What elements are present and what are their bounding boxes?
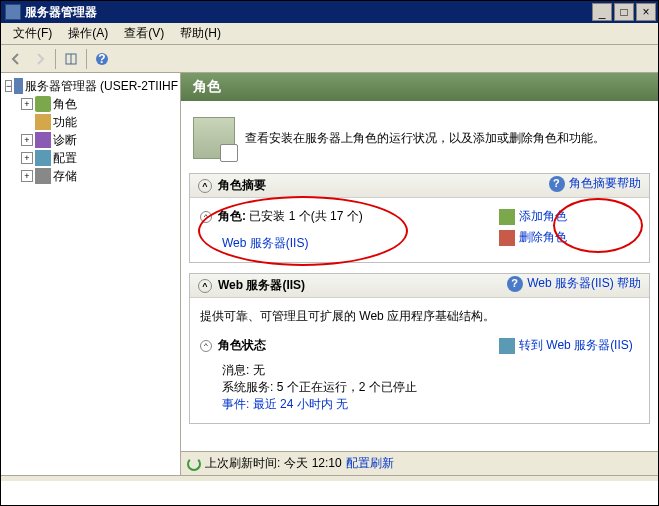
expand-icon[interactable]: + bbox=[21, 98, 33, 110]
section-title: Web 服务器(IIS) bbox=[218, 277, 305, 294]
features-icon bbox=[35, 114, 51, 130]
forward-button[interactable] bbox=[29, 48, 51, 70]
tree-root-label: 服务器管理器 (USER-2TIIHF bbox=[25, 78, 178, 95]
svg-text:?: ? bbox=[98, 52, 105, 66]
config-refresh-link[interactable]: 配置刷新 bbox=[346, 455, 394, 472]
tree-root[interactable]: − 服务器管理器 (USER-2TIIHF bbox=[3, 77, 178, 95]
add-role-link[interactable]: 添加角色 bbox=[499, 208, 639, 225]
tree-item-roles[interactable]: + 角色 bbox=[3, 95, 178, 113]
goto-icon bbox=[499, 338, 515, 354]
title-bar: 服务器管理器 _ □ × bbox=[1, 1, 658, 23]
roles-icon bbox=[35, 96, 51, 112]
remove-icon bbox=[499, 230, 515, 246]
storage-icon bbox=[35, 168, 51, 184]
tree-label: 配置 bbox=[53, 150, 77, 167]
show-hide-button[interactable] bbox=[60, 48, 82, 70]
webserver-desc: 提供可靠、可管理且可扩展的 Web 应用程序基础结构。 bbox=[200, 308, 639, 325]
help-icon bbox=[507, 276, 523, 292]
status-msg: 消息: 无 bbox=[222, 362, 499, 379]
back-button[interactable] bbox=[5, 48, 27, 70]
status-bar: 上次刷新时间: 今天 12:10 配置刷新 bbox=[181, 451, 658, 475]
help-icon bbox=[549, 176, 565, 192]
collapse-icon[interactable]: ^ bbox=[198, 279, 212, 293]
menu-file[interactable]: 文件(F) bbox=[5, 23, 60, 44]
refresh-time: 今天 12:10 bbox=[284, 455, 341, 472]
status-svc: 系统服务: 5 个正在运行，2 个已停止 bbox=[222, 379, 499, 396]
status-title: 角色状态 bbox=[218, 337, 266, 354]
section-summary: ^ 角色摘要 角色摘要帮助 ^ 角色: 已安装 1 个(共 17 个) bbox=[189, 173, 650, 263]
section-title: 角色摘要 bbox=[218, 177, 266, 194]
tree-item-storage[interactable]: + 存储 bbox=[3, 167, 178, 185]
link-iis[interactable]: Web 服务器(IIS) bbox=[222, 236, 308, 250]
collapse-icon[interactable]: ^ bbox=[200, 211, 212, 223]
roles-label: 角色: bbox=[218, 209, 246, 223]
menu-bar: 文件(F) 操作(A) 查看(V) 帮助(H) bbox=[1, 23, 658, 45]
goto-link[interactable]: 转到 Web 服务器(IIS) bbox=[499, 337, 639, 354]
tree-label: 存储 bbox=[53, 168, 77, 185]
expand-icon[interactable]: + bbox=[21, 152, 33, 164]
tree-item-config[interactable]: + 配置 bbox=[3, 149, 178, 167]
help-link[interactable]: Web 服务器(IIS) 帮助 bbox=[507, 275, 641, 292]
close-button[interactable]: × bbox=[636, 3, 656, 21]
content-scroll[interactable]: 查看安装在服务器上角色的运行状况，以及添加或删除角色和功能。 ^ 角色摘要 角色… bbox=[181, 101, 658, 451]
menu-action[interactable]: 操作(A) bbox=[60, 23, 116, 44]
expand-icon[interactable]: + bbox=[21, 134, 33, 146]
tree-label: 角色 bbox=[53, 96, 77, 113]
tree-item-diagnostics[interactable]: + 诊断 bbox=[3, 131, 178, 149]
refresh-label: 上次刷新时间: bbox=[205, 455, 280, 472]
help-button[interactable]: ? bbox=[91, 48, 113, 70]
toolbar: ? bbox=[1, 45, 658, 73]
roles-count: 已安装 1 个(共 17 个) bbox=[249, 209, 362, 223]
collapse-icon[interactable]: − bbox=[5, 80, 12, 92]
minimize-button[interactable]: _ bbox=[592, 3, 612, 21]
status-evt: 事件: 最近 24 小时内 无 bbox=[222, 396, 499, 413]
config-icon bbox=[35, 150, 51, 166]
content-panel: 角色 查看安装在服务器上角色的运行状况，以及添加或删除角色和功能。 ^ 角色摘要… bbox=[181, 73, 658, 475]
section-webserver: ^ Web 服务器(IIS) Web 服务器(IIS) 帮助 提供可靠、可管理且… bbox=[189, 273, 650, 424]
content-header: 角色 bbox=[181, 73, 658, 101]
window-footer bbox=[1, 475, 658, 481]
server-icon bbox=[14, 78, 22, 94]
app-icon bbox=[5, 4, 21, 20]
expand-icon[interactable]: + bbox=[21, 170, 33, 182]
collapse-icon[interactable]: ^ bbox=[198, 179, 212, 193]
tree-label: 功能 bbox=[53, 114, 77, 131]
intro-block: 查看安装在服务器上角色的运行状况，以及添加或删除角色和功能。 bbox=[189, 109, 650, 173]
refresh-icon bbox=[187, 457, 201, 471]
menu-help[interactable]: 帮助(H) bbox=[172, 23, 229, 44]
roles-big-icon bbox=[193, 117, 235, 159]
tree-item-features[interactable]: 功能 bbox=[3, 113, 178, 131]
intro-text: 查看安装在服务器上角色的运行状况，以及添加或删除角色和功能。 bbox=[245, 130, 605, 147]
add-icon bbox=[499, 209, 515, 225]
help-link[interactable]: 角色摘要帮助 bbox=[549, 175, 641, 192]
maximize-button[interactable]: □ bbox=[614, 3, 634, 21]
tree-panel[interactable]: − 服务器管理器 (USER-2TIIHF + 角色 功能 + 诊断 + 配置 … bbox=[1, 73, 181, 475]
tree-label: 诊断 bbox=[53, 132, 77, 149]
diagnostics-icon bbox=[35, 132, 51, 148]
remove-role-link[interactable]: 删除角色 bbox=[499, 229, 639, 246]
window-title: 服务器管理器 bbox=[25, 4, 97, 21]
menu-view[interactable]: 查看(V) bbox=[116, 23, 172, 44]
collapse-icon[interactable]: ^ bbox=[200, 340, 212, 352]
